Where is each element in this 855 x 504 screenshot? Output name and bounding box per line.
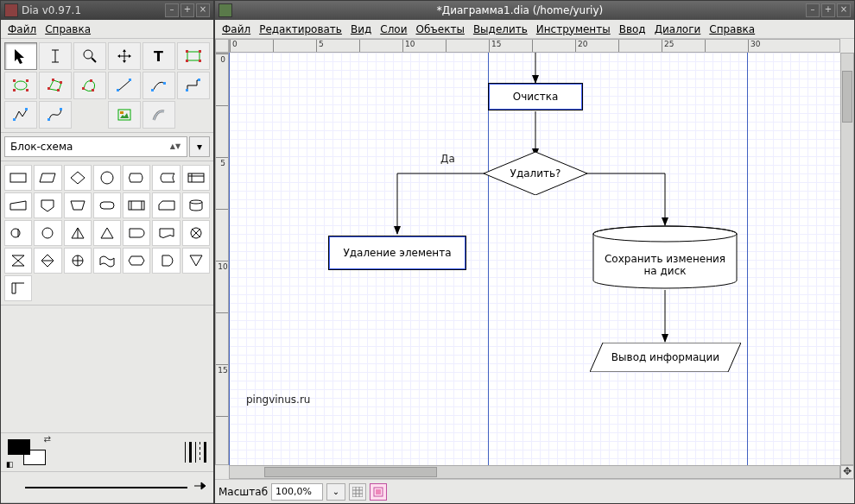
menu-input[interactable]: Ввод (616, 22, 649, 37)
default-colors-icon[interactable]: ◧ (6, 460, 14, 469)
arrow-start[interactable] (8, 482, 18, 493)
tool-text[interactable]: T (142, 42, 175, 70)
node-output[interactable]: Вывод информации (590, 343, 741, 372)
ruler-horizontal[interactable]: 051015202530 (229, 39, 840, 53)
shape-circle[interactable] (34, 220, 61, 246)
node-clear[interactable]: Очистка (488, 83, 583, 110)
minimize-button[interactable]: – (806, 3, 820, 17)
menu-tools[interactable]: Инструменты (533, 22, 614, 37)
snap-object-toggle[interactable] (370, 483, 387, 501)
shape-tape[interactable] (93, 248, 121, 274)
shape-merge-down[interactable] (182, 248, 210, 274)
svg-rect-15 (26, 79, 28, 82)
edge-label-yes: Да (440, 153, 455, 165)
shape-data-store[interactable] (4, 275, 32, 301)
node-save-disk[interactable]: Сохранить изменения на диск (592, 225, 738, 289)
tool-outline[interactable] (142, 101, 175, 129)
sheet-combo[interactable]: Блок-схема ▲▼ (4, 136, 187, 157)
shape-io[interactable] (34, 165, 61, 191)
tool-ellipse[interactable] (4, 72, 37, 99)
menu-select[interactable]: Выделить (470, 22, 531, 37)
shape-sort[interactable] (34, 248, 61, 274)
zoom-input[interactable] (271, 483, 323, 501)
canvas[interactable]: Очистка Удалить? Да Удаление элемента Со… (229, 53, 840, 465)
tool-zigzag[interactable] (177, 72, 210, 99)
scrollbar-thumb[interactable] (264, 467, 437, 477)
shape-document[interactable] (152, 220, 180, 246)
menu-edit[interactable]: Редактировать (256, 22, 345, 37)
shape-triangle[interactable] (93, 220, 121, 246)
diagram-titlebar[interactable]: *Диаграмма1.dia (/home/yuriy) – + × (215, 1, 854, 20)
shape-process[interactable] (4, 165, 32, 191)
toolbox-titlebar[interactable]: Dia v0.97.1 – + × (1, 1, 213, 20)
canvas-navigator-button[interactable]: ✥ (840, 465, 854, 479)
line-pattern-preview[interactable] (185, 439, 206, 465)
tool-text-edit[interactable] (39, 42, 72, 70)
menu-file[interactable]: Файл (4, 22, 40, 37)
shape-extract[interactable] (64, 220, 92, 246)
shape-internal[interactable] (182, 165, 210, 191)
ruler-vertical[interactable]: 05101520 (215, 53, 229, 465)
shape-delay[interactable] (123, 220, 150, 246)
toolbox-menubar: Файл Справка (1, 20, 213, 39)
scrollbar-thumb[interactable] (842, 71, 852, 123)
svg-line-25 (118, 80, 130, 91)
fg-color[interactable] (8, 439, 30, 455)
snap-grid-toggle[interactable] (349, 483, 366, 501)
close-button[interactable]: × (196, 3, 210, 17)
tool-image[interactable] (108, 101, 141, 129)
menu-view[interactable]: Вид (347, 22, 375, 37)
scrollbar-horizontal[interactable] (229, 465, 840, 479)
menu-objects[interactable]: Объекты (412, 22, 467, 37)
zoom-dropdown[interactable]: ⌄ (326, 483, 345, 501)
tool-polyline[interactable] (4, 101, 37, 129)
shape-tape-pair[interactable] (4, 220, 32, 246)
shape-display[interactable] (123, 165, 150, 191)
shape-sum[interactable] (182, 220, 210, 246)
menu-help[interactable]: Справка (41, 22, 94, 37)
shape-loop[interactable] (123, 248, 150, 274)
close-button[interactable]: × (837, 3, 851, 17)
tool-line[interactable] (108, 72, 141, 99)
scrollbar-vertical[interactable] (840, 53, 854, 465)
maximize-button[interactable]: + (180, 3, 194, 17)
menu-file[interactable]: Файл (218, 22, 254, 37)
menu-layers[interactable]: Слои (377, 22, 410, 37)
menu-help[interactable]: Справка (706, 22, 758, 37)
node-decision[interactable]: Удалить? (484, 152, 587, 195)
svg-point-50 (42, 228, 53, 238)
tool-beziergon[interactable] (73, 72, 106, 99)
shape-predefined[interactable] (123, 192, 150, 218)
tool-polygon[interactable] (39, 72, 72, 99)
tool-zoom[interactable] (73, 42, 106, 70)
tool-scroll[interactable] (108, 42, 141, 70)
line-preview[interactable] (25, 487, 187, 488)
shape-card[interactable] (152, 192, 180, 218)
tool-box[interactable] (177, 42, 210, 70)
maximize-button[interactable]: + (821, 3, 835, 17)
fg-bg-swatch[interactable]: ⇄ ◧ (8, 439, 46, 465)
menu-dialogs[interactable]: Диалоги (651, 22, 705, 37)
shape-drum[interactable] (182, 192, 210, 218)
shape-or[interactable] (64, 248, 92, 274)
minimize-button[interactable]: – (165, 3, 179, 17)
sheet-menu-button[interactable]: ▾ (189, 136, 210, 157)
swap-colors-icon[interactable]: ⇄ (44, 434, 51, 444)
shape-decision[interactable] (64, 165, 92, 191)
node-label: Удаление элемента (343, 247, 451, 259)
tool-arc[interactable] (142, 72, 175, 99)
arrow-end[interactable] (194, 481, 206, 494)
shape-manual-input[interactable] (4, 192, 32, 218)
shape-stored-data[interactable] (152, 165, 180, 191)
shape-collate[interactable] (4, 248, 32, 274)
shape-offpage[interactable] (34, 192, 61, 218)
shape-terminal[interactable] (93, 192, 121, 218)
shape-connector[interactable] (93, 165, 121, 191)
node-delete-element[interactable]: Удаление элемента (328, 236, 466, 270)
tool-pointer[interactable] (4, 42, 37, 70)
ruler-origin[interactable] (215, 39, 229, 53)
svg-rect-10 (199, 50, 201, 53)
shape-annotation[interactable] (152, 248, 180, 274)
shape-manual-op[interactable] (64, 192, 92, 218)
tool-bezier[interactable] (39, 101, 72, 129)
